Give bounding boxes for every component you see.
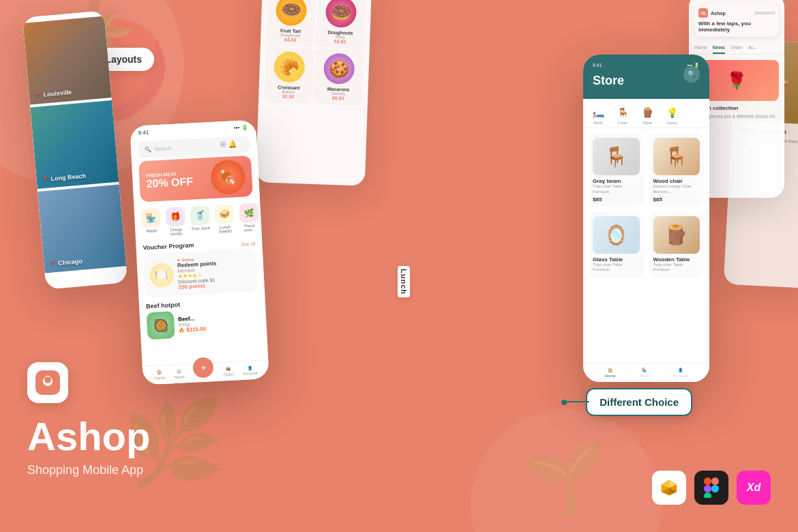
news-notification: 🛍 Ashop 10/04/2020 With a few taps, you … [694, 4, 779, 37]
search-icon: 🔍 [145, 146, 151, 153]
notif-app-name: Ashop [711, 11, 726, 16]
donut-image-3: 🥐 [274, 51, 306, 83]
beef-image: 🥘 [147, 311, 175, 340]
nav-news[interactable]: 📰News [174, 368, 185, 379]
figma-icon [694, 471, 728, 505]
store-nav-store[interactable]: 🏪Store [639, 368, 649, 378]
phone-donuts: 🍩 Fruit Tart Doughnuts $4.50 🍩 Doughnuts… [256, 0, 372, 186]
donut-image-1: 🍩 [276, 0, 308, 27]
beds-icon: 🛏️ [590, 106, 606, 119]
callout-box: Different Choice [586, 388, 692, 416]
product-wood-chair[interactable]: 🪑 ♡ ↑ Wood chair Eames Lounge Chair Mid-… [649, 134, 705, 207]
product-desc-wooden: Tulip chair Table Furniture. [653, 263, 700, 274]
store-search-button[interactable]: 🔍 [683, 66, 700, 83]
product-wooden-table[interactable]: 🪵 ♡ ↑ Wooden Table Tulip chair Table Fur… [649, 212, 705, 278]
store-cat-chair[interactable]: 🪑 Chair [615, 106, 631, 125]
product-img-wood: 🪑 ♡ ↑ [653, 138, 700, 175]
news-tabs: Home News Order Ac... [689, 42, 784, 55]
points-value: 200 points [178, 282, 218, 291]
category-label-preve: Preve coro... [240, 223, 260, 232]
banner-image: 🍖 [210, 159, 246, 195]
heart-icon-1[interactable]: ♡ [632, 141, 637, 147]
share-icon-4[interactable]: ↑ [695, 227, 698, 232]
store-categories: 🛏️ Beds 🪑 Chair 🪵 Table 💡 Lamp [583, 99, 709, 128]
app-title: Ashop [27, 417, 177, 456]
share-icon-3[interactable]: ↑ [634, 227, 637, 232]
food-search[interactable]: 🔍 Search... ⊞ 🔔 [137, 136, 250, 159]
city-name-louisville: Louisville [43, 89, 72, 98]
lunch-label: Lunch [398, 266, 410, 297]
donut-3[interactable]: 🥐 Croissant Bakery $2.50 [264, 47, 314, 104]
callout-text: Different Choice [600, 396, 679, 408]
svg-point-14 [711, 485, 719, 492]
beef-card[interactable]: 🥘 Beef... 500gr 🔥 $215.00 [147, 307, 261, 340]
voucher-image: 🍽️ [149, 263, 175, 288]
product-name-wood: Wood chair [653, 178, 700, 184]
news-tab-order[interactable]: Order [730, 42, 743, 54]
category-lunch[interactable]: 🥪 Lunch Snacks [214, 204, 235, 233]
chair-icon: 🪑 [615, 106, 631, 119]
heart-icon-2[interactable]: ♡ [692, 141, 697, 147]
store-time: 9:41 [593, 63, 602, 68]
city-name-chicago: Chicago [58, 258, 83, 267]
store-status-bar: 9:41 ▪▪▪ 🔋 [593, 63, 700, 68]
lamp-icon: 💡 [664, 106, 680, 119]
svg-rect-12 [704, 485, 711, 492]
store-nav-account[interactable]: 👤Account [673, 368, 688, 378]
phone-food: 9:41 ▪▪▪ 🔋 🔍 Search... ⊞ 🔔 FRESH MEAT 20… [130, 119, 269, 385]
see-all-link[interactable]: See all [241, 241, 256, 246]
heart-icon-3[interactable]: ♡ [632, 219, 637, 225]
city-longbeach: 📍 Long Beach [30, 100, 119, 189]
grid-icon[interactable]: ⊞ [220, 141, 226, 148]
food-categories: 🏪 Retail 🎁 Cheap combo 🥤 True Juice 🥪 Lu… [134, 198, 262, 242]
product-img-glass: 🪞 ♡ ↑ [593, 216, 640, 254]
category-cheapcombo[interactable]: 🎁 Cheap combo [166, 207, 186, 236]
voucher-section: Voucher Program See all 🍽️ ● Ashop Redee… [136, 235, 265, 301]
store-cat-lamp[interactable]: 💡 Lamp [664, 106, 680, 125]
product-desc-wood: Eames Lounge Chair Mid-cen... [653, 184, 700, 195]
product-gray-beam[interactable]: 🪑 ♡ ↑ Gray beam Tulip chair Table Furnit… [589, 134, 644, 207]
donut-price-4: $6.00 [318, 95, 358, 101]
svg-rect-10 [704, 477, 711, 485]
store-cat-beds[interactable]: 🛏️ Beds [590, 106, 606, 125]
nav-account[interactable]: 👤Account [242, 365, 257, 376]
category-label-retail: Retail [146, 228, 157, 233]
category-juice[interactable]: 🥤 True Juice [190, 205, 210, 235]
svg-rect-13 [704, 492, 711, 498]
notif-app-icon: 🛍 [698, 8, 708, 18]
category-retail[interactable]: 🏪 Retail [141, 208, 162, 237]
news-tab-home[interactable]: Home [694, 42, 707, 54]
category-label-cheapcombo: Cheap combo [166, 227, 186, 236]
category-preve[interactable]: 🌿 Preve coro... [239, 203, 259, 232]
store-nav-home[interactable]: 🏠Home [604, 368, 615, 378]
donut-price-1: $4.50 [270, 37, 310, 43]
product-glass-table[interactable]: 🪞 ♡ ↑ Glass Table Tulip chair Table Furn… [589, 212, 644, 278]
phone-store: 9:41 ▪▪▪ 🔋 Store 🔍 🛏️ Beds 🪑 Chair 🪵 Tab… [583, 55, 709, 382]
donut-2[interactable]: 🍩 Doughnuts Shop $3.80 [316, 0, 366, 49]
notif-time: 10/04/2020 [754, 11, 775, 15]
callout-line [565, 401, 589, 402]
category-label-juice: True Juice [191, 226, 210, 231]
app-icon [27, 362, 68, 403]
donut-4[interactable]: 🍪 Macarons Sweets $6.00 [314, 48, 364, 105]
news-tab-account[interactable]: Ac... [748, 42, 758, 54]
nav-home[interactable]: 🏠Home [154, 370, 166, 381]
bell-icon[interactable]: 🔔 [228, 140, 237, 148]
donut-image-2: 🍩 [325, 0, 357, 28]
app-subtitle: Shopping Mobile App [27, 463, 177, 477]
fruit-decoration-3: 🌱 [522, 438, 607, 518]
heart-icon-4[interactable]: ♡ [692, 219, 697, 225]
voucher-card[interactable]: 🍽️ ● Ashop Redeem points Member ★★★★☆ Di… [143, 248, 258, 298]
store-header: 9:41 ▪▪▪ 🔋 Store 🔍 [583, 55, 709, 99]
product-name-gray: Gray beam [593, 178, 640, 184]
nav-add-button[interactable]: + [193, 357, 215, 379]
table-icon: 🪵 [639, 106, 655, 119]
donut-grid: 🍩 Fruit Tart Doughnuts $4.50 🍩 Doughnuts… [258, 0, 372, 111]
donut-1[interactable]: 🍩 Fruit Tart Doughnuts $4.50 [266, 0, 316, 47]
nav-order[interactable]: 📦Order [223, 366, 234, 377]
share-icon-1[interactable]: ↑ [634, 149, 637, 153]
store-cat-table[interactable]: 🪵 Table [639, 106, 655, 125]
news-tab-news[interactable]: News [713, 42, 725, 54]
store-products: 🪑 ♡ ↑ Gray beam Tulip chair Table Furnit… [583, 128, 709, 282]
share-icon-2[interactable]: ↑ [695, 149, 698, 153]
